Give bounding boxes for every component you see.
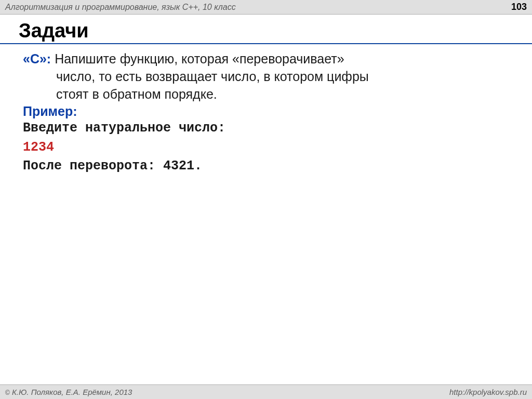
header-bar: Алгоритмизация и программирование, язык … xyxy=(0,0,532,15)
example-label: Пример: xyxy=(23,104,509,119)
footer-bar: © К.Ю. Поляков, Е.А. Ерёмин, 2013 http:/… xyxy=(0,384,532,399)
slide-content: «С»: Напишите функцию, которая «перевора… xyxy=(0,50,532,176)
example-input: 1234 xyxy=(23,138,509,157)
page-number: 103 xyxy=(511,2,527,12)
example-output: После переворота: 4321. xyxy=(23,157,509,176)
slide-title: Задачи xyxy=(0,15,532,44)
footer-url: http://kpolyakov.spb.ru xyxy=(449,388,527,396)
footer-copyright: © К.Ю. Поляков, Е.А. Ерёмин, 2013 xyxy=(5,388,132,396)
task-description: «С»: Напишите функцию, которая «перевора… xyxy=(23,50,509,103)
task-level: «С»: xyxy=(23,51,51,66)
task-line-2: число, то есть возвращает число, в котор… xyxy=(23,68,509,86)
copyright-icon: © xyxy=(5,389,10,396)
header-subject: Алгоритмизация и программирование, язык … xyxy=(5,3,236,12)
task-line-3: стоят в обратном порядке. xyxy=(23,86,509,103)
task-line-1: Напишите функцию, которая «переворачивае… xyxy=(51,51,344,66)
example-prompt: Введите натуральное число: xyxy=(23,119,509,138)
